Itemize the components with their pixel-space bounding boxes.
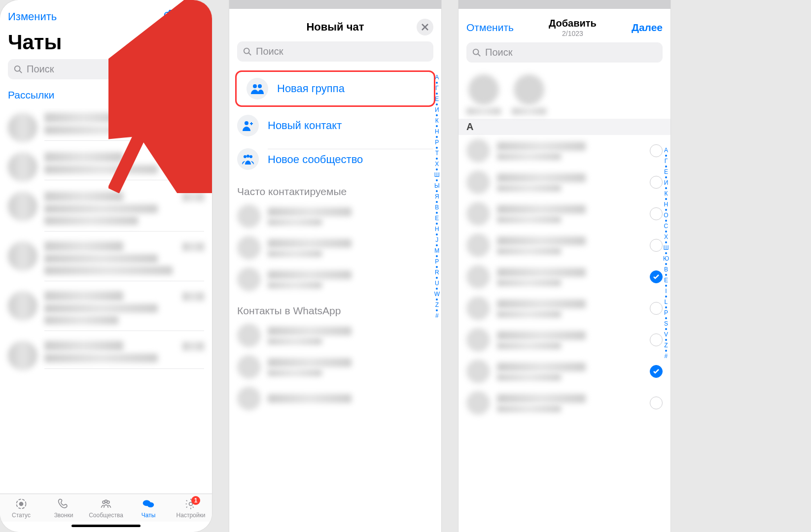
add-contact-icon — [237, 115, 259, 136]
checkbox[interactable] — [650, 207, 663, 220]
contact-row[interactable] — [229, 232, 441, 264]
tab-bar: Статус Звонки Сообщества Чаты 1 Настройк… — [0, 494, 212, 522]
svg-point-19 — [473, 49, 479, 54]
svg-point-8 — [105, 500, 107, 502]
chat-row[interactable] — [0, 108, 212, 147]
nav-title: Добавить — [549, 18, 597, 29]
tab-status[interactable]: Статус — [0, 498, 42, 519]
svg-point-3 — [15, 66, 20, 71]
selected-contact[interactable] — [512, 74, 546, 115]
edit-button[interactable]: Изменить — [8, 10, 57, 23]
cancel-button[interactable]: Отменить — [466, 22, 514, 33]
badge: 1 — [191, 496, 200, 505]
new-contact-option[interactable]: Новый контакт — [229, 109, 441, 142]
section-letter: А — [458, 119, 670, 135]
contact-row[interactable] — [229, 383, 441, 414]
checkbox[interactable] — [650, 176, 663, 189]
contact-row[interactable] — [458, 261, 670, 293]
svg-point-1 — [169, 14, 174, 20]
checkbox[interactable] — [650, 365, 663, 378]
broadcasts-link[interactable]: Рассылки — [8, 89, 54, 101]
checkbox[interactable] — [650, 144, 663, 157]
compose-icon[interactable] — [190, 9, 204, 25]
search-placeholder: Поиск — [27, 64, 54, 75]
tab-calls[interactable]: Звонки — [42, 498, 85, 519]
checkbox[interactable] — [650, 333, 663, 346]
svg-point-14 — [258, 84, 262, 88]
nav-bar: Изменить — [0, 0, 212, 29]
selected-contact[interactable] — [466, 74, 501, 115]
page-title: Чаты — [0, 29, 212, 59]
add-members-screen: Отменить Добавить 2/1023 Далее Поиск А А… — [458, 0, 670, 532]
chat-row[interactable] — [0, 187, 212, 236]
search-input[interactable]: Поиск — [466, 42, 663, 63]
chat-row[interactable] — [0, 147, 212, 187]
svg-point-16 — [244, 155, 247, 158]
new-chat-sheet: Новый чат Поиск Новая группа Новый конта… — [229, 0, 441, 532]
contact-row[interactable] — [229, 320, 441, 351]
search-input[interactable]: Поиск — [237, 41, 433, 62]
new-group-link[interactable]: Новая группа — [140, 89, 204, 101]
checkbox[interactable] — [650, 397, 663, 409]
search-input[interactable]: Поиск — [8, 59, 187, 79]
member-counter: 2/1023 — [549, 30, 597, 37]
section-frequent: Часто контактируемые — [229, 176, 441, 200]
contact-row[interactable] — [458, 324, 670, 356]
tab-chats[interactable]: Чаты — [127, 498, 170, 519]
next-button[interactable]: Далее — [632, 22, 663, 33]
new-group-option[interactable]: Новая группа — [239, 72, 432, 105]
chat-list[interactable] — [0, 108, 212, 494]
svg-point-13 — [253, 84, 257, 88]
chat-row[interactable] — [0, 236, 212, 286]
sheet-title: Новый чат — [306, 21, 364, 33]
chat-row[interactable] — [0, 286, 212, 336]
contact-row[interactable] — [229, 200, 441, 232]
svg-point-18 — [247, 155, 249, 158]
contact-row[interactable] — [458, 166, 670, 198]
contact-row[interactable] — [458, 356, 670, 387]
contact-row[interactable] — [458, 293, 670, 324]
search-placeholder: Поиск — [256, 46, 283, 57]
tab-communities[interactable]: Сообщества — [85, 498, 127, 519]
checkbox[interactable] — [650, 239, 663, 252]
section-whatsapp: Контакты в WhatsApp — [229, 295, 441, 320]
checkbox[interactable] — [650, 270, 663, 283]
selected-contacts — [458, 69, 670, 119]
camera-icon[interactable] — [164, 9, 178, 25]
contact-row[interactable] — [458, 198, 670, 230]
chat-row[interactable] — [0, 336, 212, 375]
search-placeholder: Поиск — [485, 47, 512, 58]
contact-row[interactable] — [458, 230, 670, 261]
community-icon — [237, 148, 259, 170]
group-icon — [247, 78, 268, 100]
filter-icon[interactable] — [192, 64, 204, 75]
tab-settings[interactable]: 1 Настройки — [170, 498, 212, 519]
alpha-index[interactable]: АГЕИКНРТХШЫЯВЕНJMPRUWZ# — [434, 74, 440, 319]
svg-point-15 — [245, 121, 248, 125]
contact-row[interactable] — [229, 264, 441, 295]
svg-point-17 — [249, 155, 252, 158]
new-community-option[interactable]: Новое сообщество — [229, 142, 441, 176]
contact-row[interactable] — [458, 387, 670, 419]
checkbox[interactable] — [650, 302, 663, 315]
chats-screen: Изменить Чаты Поиск Рассылки Новая групп… — [0, 0, 212, 532]
contact-row[interactable] — [458, 135, 670, 166]
svg-point-5 — [20, 502, 23, 506]
svg-point-10 — [147, 502, 154, 507]
svg-point-12 — [244, 48, 249, 53]
alpha-index[interactable]: АГЕИКНОСХШЮВЕILPSVZ# — [663, 147, 669, 360]
home-indicator — [71, 525, 141, 527]
contact-row[interactable] — [229, 351, 441, 383]
highlight-new-group: Новая группа — [235, 70, 435, 107]
contact-picker-list[interactable] — [458, 135, 670, 419]
close-button[interactable] — [417, 19, 433, 35]
